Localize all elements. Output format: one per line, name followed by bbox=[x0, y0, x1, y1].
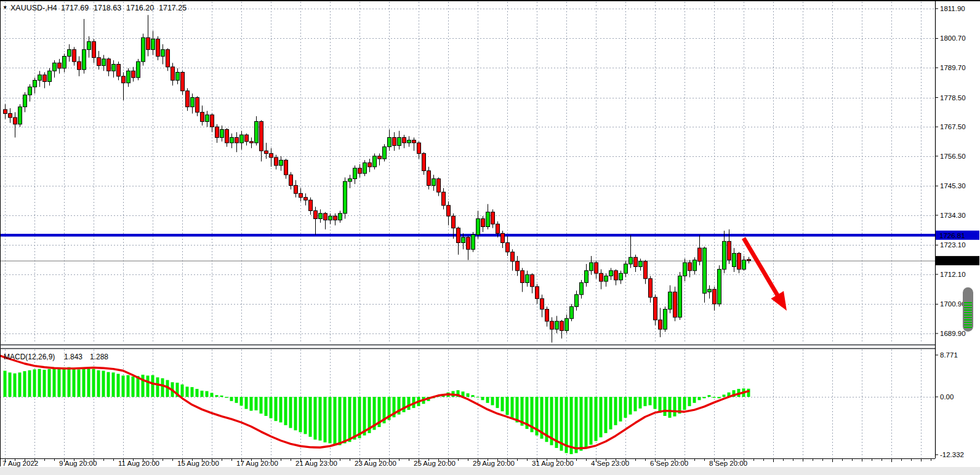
candle-bull bbox=[565, 319, 569, 330]
macd-bar bbox=[220, 396, 223, 397]
candle-bull bbox=[38, 75, 42, 81]
time-axis-label: 23 Aug 20:00 bbox=[355, 460, 396, 467]
candle-bear bbox=[132, 71, 135, 78]
candle-bear bbox=[299, 193, 303, 197]
candle-bull bbox=[23, 95, 27, 106]
candle-bear bbox=[728, 241, 731, 260]
scroll-indicator[interactable] bbox=[963, 287, 973, 332]
candle-bear bbox=[304, 198, 308, 200]
candle-bear bbox=[117, 64, 121, 76]
macd-bar bbox=[255, 397, 258, 410]
candle-bull bbox=[142, 38, 145, 62]
candle-bear bbox=[270, 153, 273, 157]
price-axis-label: 1778.50 bbox=[940, 94, 966, 102]
macd-bar bbox=[265, 397, 268, 416]
pane-splitter[interactable] bbox=[0, 344, 935, 349]
macd-bar bbox=[472, 395, 475, 397]
chart-canvas[interactable]: 1811.901800.701789.701778.501767.501756.… bbox=[0, 0, 980, 475]
macd-bar bbox=[683, 397, 686, 410]
macd-bar bbox=[590, 397, 593, 445]
candle-bear bbox=[550, 321, 554, 329]
candle-bear bbox=[427, 171, 431, 186]
candle-bear bbox=[97, 58, 101, 66]
macd-bar bbox=[92, 369, 95, 397]
candle-bear bbox=[166, 50, 170, 67]
candle-bull bbox=[388, 137, 392, 146]
candle-bear bbox=[536, 287, 539, 298]
macd-main-value: 1.843 bbox=[64, 353, 82, 361]
candle-bear bbox=[634, 257, 638, 266]
macd-bar bbox=[73, 369, 76, 397]
candle-bear bbox=[540, 298, 544, 309]
macd-bar bbox=[673, 397, 677, 417]
candle-bull bbox=[151, 39, 155, 49]
candle-bear bbox=[368, 163, 372, 167]
candle-bull bbox=[363, 163, 367, 174]
chart-dropdown-icon[interactable]: ▼ bbox=[2, 4, 7, 10]
macd-bar bbox=[48, 369, 51, 397]
candle-bull bbox=[353, 168, 357, 178]
macd-bar bbox=[688, 397, 691, 406]
macd-bar bbox=[639, 397, 642, 409]
macd-bar bbox=[324, 397, 327, 442]
time-axis-label: 6 Sep 20:00 bbox=[650, 460, 688, 467]
price-axis-label: 1689.90 bbox=[940, 330, 966, 337]
macd-bar bbox=[698, 397, 701, 400]
candle-bull bbox=[575, 295, 579, 306]
candle-bull bbox=[319, 214, 323, 219]
macd-axis-label: 8.771 bbox=[940, 351, 958, 359]
macd-signal-value: 1.288 bbox=[90, 353, 108, 361]
time-axis-label: 17 Aug 20:00 bbox=[236, 460, 278, 467]
candle-bear bbox=[659, 320, 662, 329]
candle-bull bbox=[87, 42, 91, 50]
ohlc-close: 1717.25 bbox=[159, 4, 187, 12]
price-axis-label: 1700.90 bbox=[940, 300, 966, 308]
macd-bar bbox=[343, 397, 347, 444]
candle-bull bbox=[230, 137, 234, 143]
macd-bar bbox=[63, 367, 66, 397]
candle-bear bbox=[644, 261, 648, 279]
price-axis-label: 1723.10 bbox=[940, 241, 966, 249]
candle-bear bbox=[649, 279, 653, 297]
macd-bar bbox=[718, 397, 721, 398]
candle-bear bbox=[422, 153, 426, 170]
candle-bull bbox=[279, 160, 283, 166]
candle-bull bbox=[693, 260, 697, 271]
candle-bear bbox=[747, 260, 751, 261]
candle-bear bbox=[289, 175, 293, 185]
macd-bar bbox=[289, 397, 292, 428]
price-axis-label: 1767.50 bbox=[940, 123, 966, 130]
candle-bear bbox=[225, 129, 229, 143]
candle-bull bbox=[220, 129, 224, 137]
macd-bar bbox=[142, 375, 145, 397]
macd-bar bbox=[28, 370, 31, 397]
candle-bear bbox=[78, 62, 81, 70]
macd-bar bbox=[481, 397, 484, 400]
macd-bar bbox=[713, 397, 716, 398]
macd-bar bbox=[353, 397, 356, 439]
candle-bear bbox=[516, 261, 520, 271]
macd-bar bbox=[87, 367, 90, 397]
candle-bull bbox=[683, 263, 687, 276]
candle-bear bbox=[275, 158, 278, 166]
macd-bar bbox=[486, 397, 489, 403]
candle-bull bbox=[28, 87, 32, 95]
bottom-strip bbox=[0, 467, 980, 475]
candle-bear bbox=[673, 292, 677, 317]
candle-bear bbox=[171, 67, 175, 81]
candle-bull bbox=[33, 80, 37, 87]
macd-bar bbox=[9, 372, 12, 397]
candle-bear bbox=[737, 253, 741, 269]
candle-bull bbox=[48, 71, 52, 81]
candle-bull bbox=[102, 59, 106, 66]
candle-bull bbox=[373, 156, 377, 167]
candle-bull bbox=[127, 71, 131, 82]
candle-bear bbox=[260, 122, 263, 151]
ohlc-low: 1716.20 bbox=[126, 4, 154, 12]
candle-bull bbox=[585, 271, 588, 282]
candle-bear bbox=[58, 63, 62, 68]
time-axis-label: 31 Aug 20:00 bbox=[532, 460, 574, 467]
macd-bar bbox=[506, 397, 509, 415]
macd-bar bbox=[23, 371, 26, 397]
macd-bar bbox=[294, 397, 297, 430]
